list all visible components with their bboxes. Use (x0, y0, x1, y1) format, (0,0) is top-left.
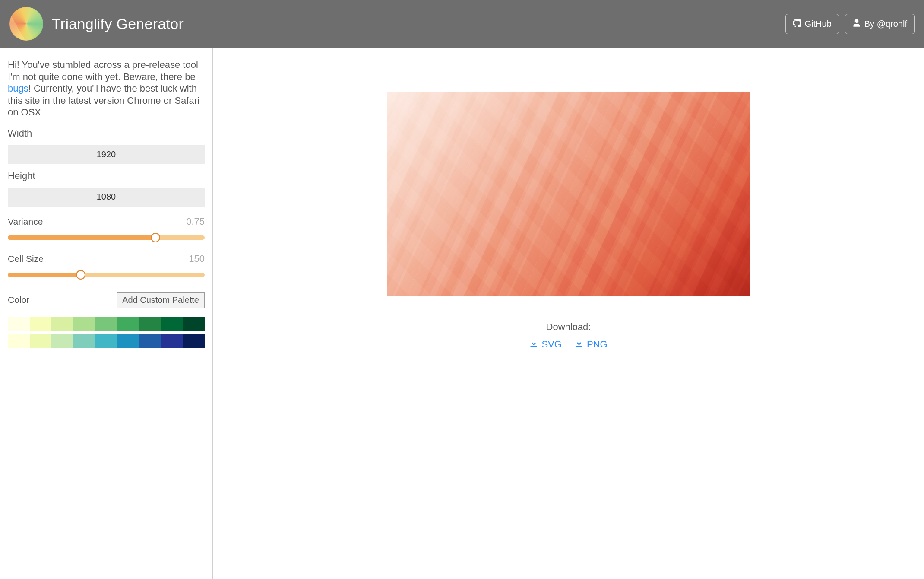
add-palette-button[interactable]: Add Custom Palette (117, 292, 205, 308)
height-label: Height (8, 170, 205, 181)
app-header: Trianglify Generator GitHub By @qrohlf (0, 0, 924, 48)
cellsize-value: 150 (189, 253, 205, 264)
palette-swatch (51, 317, 73, 331)
palette-swatch (73, 317, 95, 331)
palette-swatch (95, 317, 117, 331)
preview-pane: Download: SVG PNG (213, 48, 924, 579)
palette-swatch (51, 334, 73, 348)
palette-swatch (95, 334, 117, 348)
palette-swatch (139, 334, 161, 348)
header-actions: GitHub By @qrohlf (785, 14, 915, 34)
intro-text: Hi! You've stumbled across a pre-release… (8, 59, 205, 118)
variance-label: Variance (8, 216, 43, 227)
preview-wrap (225, 92, 912, 296)
palette-swatch (161, 334, 183, 348)
palette-option[interactable] (8, 334, 205, 348)
download-png-label: PNG (587, 339, 608, 350)
download-svg-label: SVG (541, 339, 561, 350)
palette-swatch (8, 317, 30, 331)
palette-option[interactable] (8, 317, 205, 331)
github-button[interactable]: GitHub (785, 14, 839, 34)
cellsize-row: Cell Size 150 (8, 253, 205, 264)
variance-row: Variance 0.75 (8, 216, 205, 227)
user-icon (852, 19, 861, 29)
variance-value: 0.75 (186, 216, 205, 227)
intro-prefix: Hi! You've stumbled across a pre-release… (8, 59, 198, 82)
pattern-preview (387, 92, 750, 296)
author-button[interactable]: By @qrohlf (845, 14, 915, 34)
width-input[interactable] (8, 145, 205, 164)
download-section: Download: SVG PNG (529, 321, 607, 350)
intro-suffix: ! Currently, you'll have the best luck w… (8, 83, 199, 118)
controls-sidebar: Hi! You've stumbled across a pre-release… (0, 48, 213, 579)
github-label: GitHub (805, 19, 832, 29)
main-layout: Hi! You've stumbled across a pre-release… (0, 48, 924, 579)
palette-swatch (30, 317, 52, 331)
slider-thumb[interactable] (76, 270, 85, 280)
cellsize-label: Cell Size (8, 254, 44, 264)
author-label: By @qrohlf (864, 19, 907, 29)
bugs-link[interactable]: bugs (8, 83, 28, 94)
app-logo (9, 7, 43, 41)
palette-swatch (117, 334, 139, 348)
slider-thumb[interactable] (151, 233, 160, 242)
download-label: Download: (529, 321, 607, 333)
download-icon (575, 339, 583, 350)
palette-swatch (183, 334, 205, 348)
download-svg-link[interactable]: SVG (529, 339, 561, 350)
variance-slider[interactable] (8, 232, 205, 244)
app-title: Trianglify Generator (52, 16, 777, 32)
download-png-link[interactable]: PNG (575, 339, 608, 350)
palette-swatch (30, 334, 52, 348)
slider-fill (8, 235, 155, 240)
palette-swatch (183, 317, 205, 331)
palette-swatch (8, 334, 30, 348)
download-icon (529, 339, 538, 350)
color-row: Color Add Custom Palette (8, 292, 205, 308)
download-links: SVG PNG (529, 339, 607, 350)
cellsize-slider[interactable] (8, 269, 205, 281)
slider-fill (8, 273, 81, 277)
palette-swatch (73, 334, 95, 348)
palette-list (8, 317, 205, 348)
color-label: Color (8, 295, 29, 305)
github-icon (793, 19, 801, 29)
height-input[interactable] (8, 188, 205, 207)
palette-swatch (139, 317, 161, 331)
palette-swatch (117, 317, 139, 331)
palette-swatch (161, 317, 183, 331)
width-label: Width (8, 128, 205, 139)
